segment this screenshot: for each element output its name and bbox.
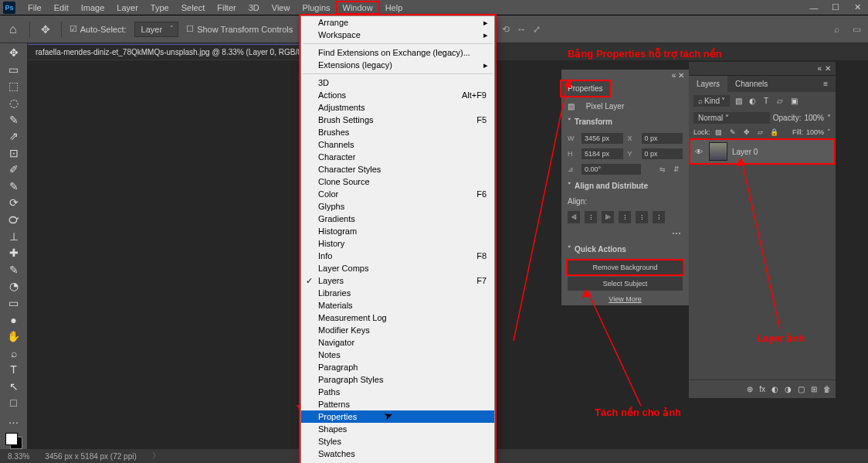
layer-thumbnail[interactable]: [709, 142, 727, 161]
menu-item-measurement-log[interactable]: Measurement Log: [301, 312, 494, 324]
lock-all-icon[interactable]: 🔒: [769, 128, 780, 136]
auto-select-checkbox[interactable]: ☑Auto-Select:: [70, 24, 127, 34]
show-transform-checkbox[interactable]: ☐Show Transform Controls: [186, 24, 293, 34]
tool-3[interactable]: ◌: [3, 95, 25, 111]
maximize-button[interactable]: ☐: [825, 1, 846, 14]
menu-item-patterns[interactable]: Patterns: [301, 398, 494, 410]
tool-21[interactable]: □: [3, 395, 25, 411]
fill-field[interactable]: 100%: [806, 128, 824, 136]
menu-item-styles[interactable]: Styles: [301, 435, 494, 448]
align-vcenter-icon[interactable]: ⫶: [636, 211, 648, 223]
menu-item-layers[interactable]: LayersF7: [301, 274, 494, 287]
color-swatch[interactable]: [5, 433, 22, 449]
lock-pixels-icon[interactable]: ▧: [714, 128, 724, 136]
home-icon[interactable]: ⌂: [5, 22, 22, 36]
tool-9[interactable]: ⟳: [3, 195, 25, 211]
menu-item-adjustments[interactable]: Adjustments: [301, 101, 494, 114]
y-field[interactable]: 0 px: [642, 148, 683, 159]
menu-item-properties[interactable]: Properties: [301, 410, 494, 423]
menu-item-paragraph[interactable]: Paragraph: [301, 361, 494, 373]
height-field[interactable]: 5184 px: [581, 148, 623, 159]
menu-item-3d[interactable]: 3D: [301, 77, 494, 89]
filter-type-icon[interactable]: T: [761, 97, 771, 105]
auto-select-target-combo[interactable]: Layer: [134, 22, 179, 37]
menu-edit[interactable]: Edit: [48, 2, 75, 14]
filter-shape-icon[interactable]: ▱: [775, 97, 785, 105]
search-icon[interactable]: ⌕: [829, 22, 843, 36]
quick-actions-section[interactable]: Quick Actions: [561, 240, 689, 258]
menu-item-character[interactable]: Character: [301, 151, 494, 163]
menu-item-extensions-legacy-[interactable]: Extensions (legacy): [301, 59, 494, 71]
menu-item-shapes[interactable]: Shapes: [301, 423, 494, 435]
visibility-icon[interactable]: 👁: [693, 148, 704, 156]
width-field[interactable]: 3456 px: [581, 133, 623, 144]
adjustment-icon[interactable]: ◑: [785, 385, 792, 393]
align-hcenter-icon[interactable]: ⫶: [585, 211, 597, 223]
tool-14[interactable]: ◔: [3, 278, 25, 294]
filter-pixel-icon[interactable]: ▧: [733, 97, 744, 105]
lock-position-icon[interactable]: ✎: [727, 128, 738, 136]
filter-smart-icon[interactable]: ▣: [788, 97, 799, 105]
lock-artboard-icon[interactable]: ▱: [755, 128, 766, 136]
close-panel-icon[interactable]: ✕: [825, 64, 831, 73]
menu-item-brush-settings[interactable]: Brush SettingsF5: [301, 114, 494, 126]
menu-item-gradients[interactable]: Gradients: [301, 213, 494, 225]
menu-item-workspace[interactable]: Workspace: [301, 29, 494, 41]
properties-tab[interactable]: Properties: [561, 81, 609, 96]
menu-item-brushes[interactable]: Brushes: [301, 126, 494, 138]
menu-item-info[interactable]: InfoF8: [301, 250, 494, 262]
opacity-field[interactable]: 100%: [804, 114, 824, 122]
mask-icon[interactable]: ◐: [771, 385, 778, 393]
tool-4[interactable]: ✎: [3, 111, 25, 128]
menu-item-history[interactable]: History: [301, 237, 494, 250]
delete-icon[interactable]: 🗑: [823, 385, 831, 393]
flip-v-icon[interactable]: ⇵: [673, 165, 683, 173]
panel-menu-icon[interactable]: ≡: [815, 76, 836, 92]
align-bottom-icon[interactable]: ⫶: [653, 211, 665, 223]
workspace-icon[interactable]: ▭: [849, 22, 863, 36]
menu-item-paths[interactable]: Paths: [301, 386, 494, 398]
blend-mode-combo[interactable]: Normal ˅: [693, 112, 770, 124]
angle-field[interactable]: 0.00°: [581, 164, 641, 175]
more-options-icon[interactable]: ⋯: [561, 226, 689, 240]
3d-mode-icon[interactable]: ⤢: [530, 22, 544, 36]
minimize-button[interactable]: —: [803, 2, 825, 14]
tool-18[interactable]: ⌕: [3, 345, 25, 361]
flip-h-icon[interactable]: ⇋: [659, 165, 669, 173]
tool-8[interactable]: ✎: [3, 179, 25, 195]
document-tab[interactable]: rafaella-mendes-diniz-et_78QkMMQs-unspla…: [28, 44, 327, 60]
layers-tab[interactable]: Layers: [689, 76, 727, 92]
menu-select[interactable]: Select: [175, 2, 212, 14]
channels-tab[interactable]: Channels: [727, 76, 775, 92]
tool-6[interactable]: ⊡: [3, 145, 25, 161]
menu-layer[interactable]: Layer: [110, 2, 144, 14]
menu-file[interactable]: File: [22, 2, 48, 14]
view-more-link[interactable]: View More: [561, 293, 689, 305]
menu-plugins[interactable]: Plugins: [296, 2, 336, 14]
menu-item-channels[interactable]: Channels: [301, 138, 494, 151]
tool-10[interactable]: ℺: [3, 212, 25, 228]
menu-window[interactable]: Window: [337, 2, 379, 14]
menu-item-color[interactable]: ColorF6: [301, 188, 494, 200]
tool-16[interactable]: ●: [3, 312, 25, 328]
tool-17[interactable]: ✋: [3, 329, 25, 345]
align-left-icon[interactable]: ⫷: [568, 211, 580, 223]
menu-filter[interactable]: Filter: [211, 2, 242, 14]
menu-help[interactable]: Help: [379, 2, 409, 14]
tool-19[interactable]: T: [3, 362, 25, 378]
tool-2[interactable]: ⬚: [3, 78, 25, 94]
menu-item-materials[interactable]: Materials: [301, 299, 494, 312]
menu-item-navigator[interactable]: Navigator: [301, 336, 494, 349]
tool-1[interactable]: ▭: [3, 62, 25, 78]
group-icon[interactable]: ▢: [798, 385, 805, 393]
layer-row[interactable]: 👁 Layer 0: [690, 140, 834, 163]
filter-adj-icon[interactable]: ◐: [747, 97, 758, 105]
select-subject-button[interactable]: Select Subject: [568, 277, 683, 291]
fx-icon[interactable]: fx: [759, 385, 765, 393]
tool-5[interactable]: ⇗: [3, 128, 25, 145]
menu-item-arrange[interactable]: Arrange: [301, 16, 494, 29]
align-right-icon[interactable]: ⫸: [602, 211, 614, 223]
filter-kind-combo[interactable]: ⌕Kind ˅: [693, 95, 730, 107]
menu-item-modifier-keys[interactable]: Modifier Keys: [301, 324, 494, 336]
collapse-icon[interactable]: «: [817, 64, 822, 73]
